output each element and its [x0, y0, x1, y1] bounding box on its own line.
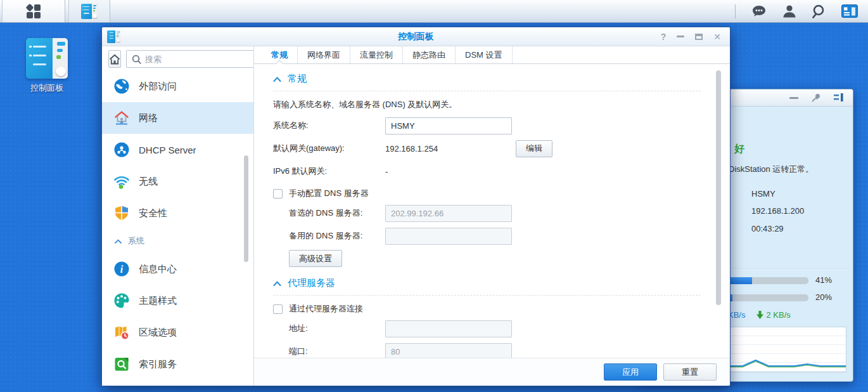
sidebar-item-partial[interactable] [102, 380, 253, 386]
widget-panel-icon[interactable] [834, 93, 844, 102]
taskbar-divider [735, 4, 736, 18]
proxy-address-label: 地址: [289, 323, 385, 334]
taskbar [0, 0, 868, 23]
alternate-dns-label: 备用的 DNS 服务器: [289, 230, 385, 242]
ipv6-gateway-row: IPv6 默认网关: - [273, 162, 701, 180]
palette-icon [113, 292, 130, 309]
search-icon [812, 4, 826, 19]
collapse-chevron-icon [273, 77, 281, 82]
user-icon [782, 4, 796, 19]
section-title: 代理服务器 [288, 277, 335, 289]
sidebar-item-info-center[interactable]: i 信息中心 [102, 253, 253, 285]
window-titlebar[interactable]: 控制面板 ? ✕ [102, 27, 730, 46]
section-general[interactable]: 常规 [273, 73, 701, 91]
sidebar-item-indexing-service[interactable]: 索引服务 [102, 348, 253, 380]
network-speeds: KB/s 2 KB/s [728, 310, 791, 320]
info-icon: i [113, 261, 130, 277]
sidebar-scrollbar[interactable] [244, 155, 248, 262]
sidebar-section-label: 系统 [128, 235, 144, 247]
gateway-value: 192.168.1.254 [385, 144, 516, 154]
general-description: 请输入系统名称、域名服务器 (DNS) 及默认网关。 [273, 99, 701, 110]
section-title: 常规 [288, 73, 307, 85]
sidebar-item-security[interactable]: 安全性 [102, 197, 253, 229]
pin-icon[interactable] [811, 93, 821, 103]
search-button[interactable] [812, 4, 826, 19]
maximize-icon[interactable] [695, 34, 703, 40]
sidebar-item-label: 无线 [139, 176, 158, 188]
proxy-connect-checkbox[interactable] [273, 304, 283, 314]
sidebar-item-theme[interactable]: 主题样式 [102, 285, 253, 317]
section-proxy[interactable]: 代理服务器 [273, 277, 701, 296]
form-area: 常规 请输入系统名称、域名服务器 (DNS) 及默认网关。 系统名称: 默认网关… [254, 64, 730, 358]
network-home-icon [113, 110, 130, 126]
sidebar-item-network[interactable]: 网络 [102, 102, 253, 134]
tab-network-interface[interactable]: 网络界面 [298, 46, 350, 63]
user-menu-button[interactable] [782, 4, 796, 19]
widget-minimize-icon[interactable] [789, 97, 798, 99]
proxy-port-row: 端口: [289, 343, 701, 358]
taskbar-control-panel-button[interactable] [68, 0, 110, 22]
preferred-dns-input[interactable] [385, 205, 512, 222]
proxy-address-input[interactable] [385, 320, 512, 337]
system-name-label: 系统名称: [273, 120, 385, 131]
notifications-button[interactable] [751, 4, 767, 19]
tab-static-route[interactable]: 静态路由 [403, 46, 456, 63]
sidebar-item-external-access[interactable]: 外部访问 [102, 70, 253, 102]
manual-dns-label: 手动配置 DNS 服务器 [289, 188, 369, 199]
manual-dns-checkbox[interactable] [273, 189, 283, 199]
control-panel-icon [26, 38, 68, 79]
apply-button[interactable]: 应用 [604, 363, 657, 381]
dns-advanced-button[interactable]: 高级设置 [289, 250, 342, 267]
shortcut-label: 控制面板 [23, 82, 71, 94]
main-menu-icon [27, 4, 41, 18]
edit-gateway-button[interactable]: 编辑 [516, 140, 552, 157]
tab-traffic-control[interactable]: 流量控制 [350, 46, 403, 63]
wifi-icon [113, 173, 130, 190]
shield-icon [113, 205, 130, 221]
tab-dsm-settings[interactable]: DSM 设置 [456, 46, 513, 63]
sidebar-item-regional-options[interactable]: 区域选项 [102, 317, 253, 348]
content-scrollbar[interactable] [716, 70, 721, 305]
tab-general[interactable]: 常规 [262, 46, 298, 63]
system-name-input[interactable] [385, 117, 512, 134]
ram-percent-label: 20% [815, 292, 832, 302]
sidebar-item-dhcp-server[interactable]: DHCP Server [102, 134, 253, 166]
chevron-up-icon [115, 239, 122, 244]
sidebar-item-label: 主题样式 [139, 295, 177, 307]
gateway-row: 默认网关(gateway): 192.168.1.254 编辑 [273, 140, 701, 157]
sidebar-search[interactable] [126, 50, 254, 68]
close-icon[interactable]: ✕ [713, 32, 721, 41]
reset-button[interactable]: 重置 [663, 363, 717, 381]
alternate-dns-input[interactable] [385, 228, 512, 245]
ipv6-gateway-label: IPv6 默认网关: [273, 166, 385, 177]
footer-bar: 应用 重置 [254, 358, 730, 386]
minimize-icon[interactable] [677, 36, 684, 37]
sidebar: 外部访问 网络 [102, 46, 254, 386]
pilot-view-button[interactable] [841, 4, 858, 18]
sidebar-item-label: 区域选项 [139, 327, 177, 339]
download-speed-label: 2 KB/s [756, 310, 790, 320]
ipv6-gateway-value: - [385, 167, 388, 176]
widget-status-text: DiskStation 运转正常。 [729, 164, 814, 175]
preferred-dns-row: 首选的 DNS 服务器: [289, 204, 701, 222]
home-button[interactable] [108, 50, 121, 68]
proxy-connect-row: 通过代理服务器连接 [273, 303, 701, 315]
sidebar-item-label: 索引服务 [139, 358, 177, 370]
desktop-shortcut-control-panel[interactable]: 控制面板 [23, 38, 71, 94]
main-menu-button[interactable] [2, 0, 65, 22]
manual-dns-row: 手动配置 DNS 服务器 [273, 188, 701, 199]
sidebar-item-label: DHCP Server [139, 145, 196, 155]
search-input[interactable] [145, 55, 254, 64]
search-icon [132, 55, 141, 64]
proxy-port-label: 端口: [289, 346, 385, 357]
sidebar-item-wireless[interactable]: 无线 [102, 166, 253, 197]
preferred-dns-label: 首选的 DNS 服务器: [289, 207, 385, 219]
tab-bar: 常规 网络界面 流量控制 静态路由 DSM 设置 [254, 46, 730, 64]
alternate-dns-row: 备用的 DNS 服务器: [289, 227, 701, 245]
help-icon[interactable]: ? [661, 32, 667, 41]
proxy-connect-label: 通过代理服务器连接 [289, 303, 363, 315]
indexing-icon [113, 356, 130, 372]
sidebar-section-system[interactable]: 系统 [102, 229, 253, 253]
pilot-view-icon [841, 4, 858, 18]
proxy-port-input[interactable] [385, 343, 512, 358]
